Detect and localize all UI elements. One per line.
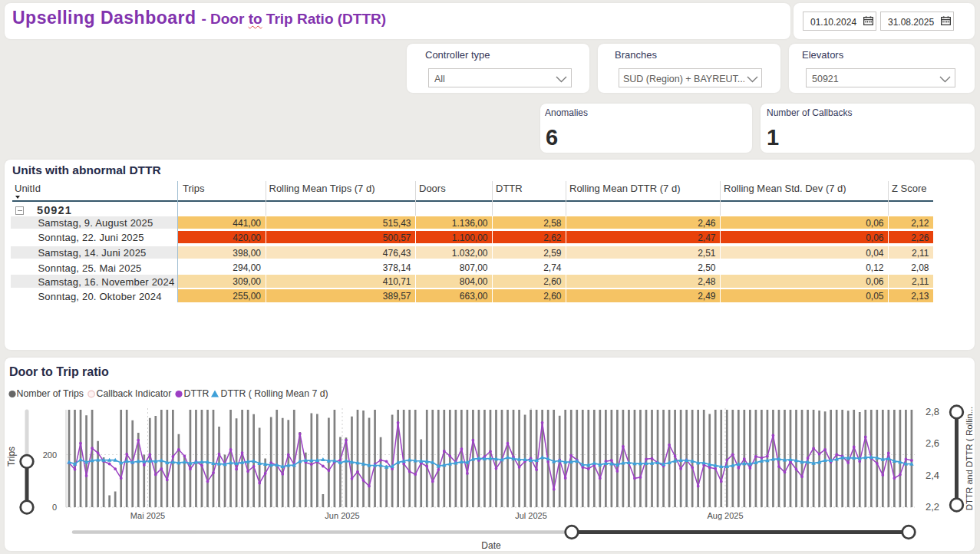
- svg-text:Trips: Trips: [6, 447, 17, 467]
- svg-text:Aug 2025: Aug 2025: [707, 511, 743, 520]
- svg-text:Jun 2025: Jun 2025: [325, 511, 359, 520]
- svg-text:Mai 2025: Mai 2025: [130, 511, 165, 520]
- svg-text:Date: Date: [481, 540, 501, 551]
- svg-text:2,6: 2,6: [926, 437, 939, 449]
- svg-text:0: 0: [52, 503, 57, 512]
- svg-text:2,4: 2,4: [926, 470, 939, 481]
- svg-text:2,8: 2,8: [926, 406, 939, 417]
- svg-text:200: 200: [43, 450, 57, 460]
- svg-text:DTTR and DTTR ( Rollin...: DTTR and DTTR ( Rollin...: [965, 407, 974, 510]
- svg-text:2,2: 2,2: [926, 501, 939, 513]
- svg-text:Jul 2025: Jul 2025: [515, 511, 547, 520]
